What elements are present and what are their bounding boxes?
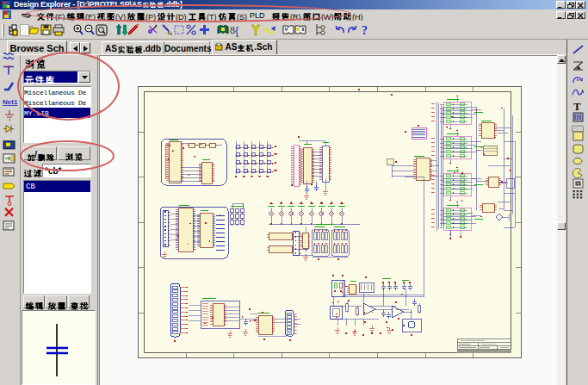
svg-text:{: {: [235, 24, 239, 37]
svg-text:Net1: Net1: [3, 98, 18, 106]
svg-text:T: T: [573, 100, 581, 113]
svg-text:?: ?: [362, 24, 368, 37]
